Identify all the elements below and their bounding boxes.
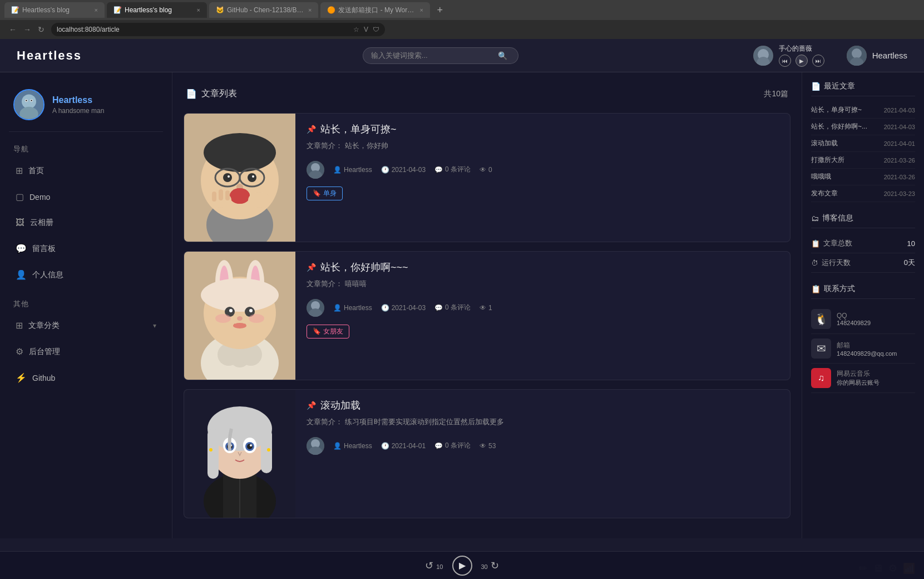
author-avatar-1	[307, 161, 324, 179]
svg-point-49	[229, 309, 233, 312]
tab-1[interactable]: 📝 Heartless's blog ×	[4, 2, 105, 18]
tab-close-2[interactable]: ×	[197, 7, 200, 13]
sidebar-item-gallery-label: 云相册	[30, 218, 53, 228]
sidebar-item-admin[interactable]: ⚙ 后台管理	[9, 341, 163, 362]
article-card-2[interactable]: 📌 站长，你好帅啊~~~ 文章简介： 嘻嘻嘻	[184, 251, 790, 380]
article-title-text-1[interactable]: 站长，单身可撩~	[320, 122, 397, 136]
article-card-3[interactable]: 📌 滚动加载 文章简介： 练习项目时需要实现滚动到指定位置然后加载更多	[184, 389, 790, 518]
desc-label-2: 文章简介：	[307, 279, 343, 288]
forward-button[interactable]: 30 ↻	[481, 560, 499, 572]
forward-button[interactable]: →	[23, 25, 31, 34]
netease-icon-wrap: ♫	[811, 368, 831, 388]
desc-text-2: 嘻嘻嘻	[345, 279, 367, 288]
music-next-button[interactable]: ⏭	[812, 55, 824, 67]
comment-meta-1: 💬 0 条评论	[434, 165, 471, 174]
tab-close-4[interactable]: ×	[419, 7, 423, 13]
sidebar-item-gallery[interactable]: 🖼 云相册	[9, 212, 163, 233]
recent-article-6[interactable]: 发布文章 2021-03-23	[811, 185, 915, 202]
tab-2[interactable]: 📝 Heartless's blog ×	[107, 2, 207, 18]
music-prev-button[interactable]: ⏮	[779, 55, 791, 67]
music-song-name: 手心的蔷薇	[779, 44, 824, 53]
article-card-1[interactable]: 📌 站长，单身可撩~ 文章简介： 站长，你好帅	[184, 113, 790, 242]
nav-section-title: 导航	[9, 141, 163, 155]
recent-articles-title: 📄 最近文章	[811, 81, 915, 96]
recent-article-2[interactable]: 站长，你好帅啊~... 2021-04-03	[811, 119, 915, 135]
sidebar-item-home[interactable]: ⊞ 首页	[9, 160, 163, 181]
sidebar-item-admin-label: 后台管理	[29, 347, 60, 357]
search-input[interactable]	[371, 51, 493, 60]
contact-qq-info: QQ 1482409829	[837, 312, 871, 326]
gallery-icon: 🖼	[16, 218, 24, 228]
tag-label-2: 女朋友	[323, 327, 343, 336]
bottom-play-button[interactable]: ▶	[452, 556, 472, 576]
contact-email[interactable]: ✉ 邮箱 1482409829@qq.com	[811, 334, 915, 364]
article-title-text-2[interactable]: 站长，你好帅啊~~~	[320, 261, 408, 274]
contact-email-info: 邮箱 1482409829@qq.com	[837, 341, 897, 357]
browser-chrome: 📝 Heartless's blog × 📝 Heartless's blog …	[0, 0, 924, 39]
address-icons: ☆ V 🛡	[353, 26, 379, 33]
recent-date-3: 2021-04-01	[884, 140, 915, 147]
comment-meta-3: 💬 0 条评论	[434, 441, 471, 450]
rewind-button[interactable]: ↺ 10	[425, 560, 443, 572]
article-tags-2: 🔖 女朋友	[307, 325, 779, 338]
article-meta-2: 👤 Heartless 🕐 2021-04-03 💬 0 条评论 👁	[307, 299, 779, 317]
article-total-label: 📋 文章总数	[811, 238, 852, 248]
music-avatar	[753, 46, 773, 66]
tag-girlfriend[interactable]: 🔖 女朋友	[307, 325, 349, 338]
url-box[interactable]: localhost:8080/article ☆ V 🛡	[51, 23, 385, 36]
author-name-2: Heartless	[344, 304, 372, 312]
svg-point-75	[267, 448, 270, 452]
clock-icon-2: 🕐	[381, 304, 389, 312]
bottom-controls: ↺ 10 ▶ 30 ↻	[425, 556, 499, 576]
profile-icon: 👤	[16, 269, 27, 280]
author-name-3: Heartless	[344, 442, 372, 450]
tab-close-1[interactable]: ×	[95, 7, 98, 13]
search-input-wrap[interactable]: 🔍	[363, 47, 518, 64]
contact-netease[interactable]: ♫ 网易云音乐 你的网易云账号	[811, 364, 915, 393]
new-tab-button[interactable]: +	[432, 2, 448, 18]
sidebar-item-categories[interactable]: ⊞ 文章分类 ▾	[9, 315, 163, 336]
views-2: 1	[488, 304, 492, 312]
music-player: 手心的蔷薇 ⏮ ▶ ⏭	[753, 44, 824, 67]
sidebar-item-profile[interactable]: 👤 个人信息	[9, 264, 163, 286]
back-button[interactable]: ←	[9, 25, 17, 34]
recent-article-5[interactable]: 哦哦哦 2021-03-26	[811, 169, 915, 185]
contact-qq[interactable]: 🐧 QQ 1482409829	[811, 305, 915, 334]
tag-icon-1: 🔖	[313, 189, 321, 197]
tab-3[interactable]: 🐱 GitHub - Chen-12138/Blog: ×	[209, 2, 318, 18]
bookmark-icon[interactable]: ☆	[353, 26, 359, 33]
recent-article-1[interactable]: 站长，单身可撩~ 2021-04-03	[811, 102, 915, 119]
tab-close-3[interactable]: ×	[308, 7, 312, 13]
recent-article-4[interactable]: 打撒所大所 2021-03-26	[811, 152, 915, 169]
recent-icon: 📄	[811, 82, 821, 91]
sidebar-item-guestbook[interactable]: 💬 留言板	[9, 238, 163, 259]
profile-name[interactable]: Heartless	[52, 95, 104, 105]
author-meta-1: 👤 Heartless	[333, 166, 372, 174]
recent-date-4: 2021-03-26	[884, 157, 915, 164]
extension-icon-2[interactable]: 🛡	[373, 26, 379, 33]
sidebar-item-github[interactable]: ⚡ Github	[9, 367, 163, 389]
contact-netease-info: 网易云音乐 你的网易云账号	[837, 369, 879, 387]
rewind-label: 10	[436, 563, 443, 570]
refresh-button[interactable]: ↻	[38, 25, 45, 34]
netease-value: 你的网易云账号	[837, 379, 879, 387]
svg-point-22	[248, 173, 256, 182]
forward-label: 30	[481, 563, 488, 570]
tab-4[interactable]: 🟠 发送邮箱接口 - My Workspace ×	[320, 2, 429, 18]
search-box: 🔍	[128, 47, 753, 64]
search-icon[interactable]: 🔍	[498, 51, 507, 60]
author-name-1: Heartless	[344, 166, 372, 174]
sidebar-item-demo[interactable]: ▢ Demo	[9, 186, 163, 208]
contact-widget: 📋 联系方式 🐧 QQ 1482409829 ✉	[811, 284, 915, 393]
contact-icon: 📋	[811, 284, 821, 293]
netease-label: 网易云音乐	[837, 369, 879, 379]
tag-label-1: 单身	[323, 189, 337, 198]
eye-icon-2: 👁	[480, 304, 486, 312]
tag-single[interactable]: 🔖 单身	[307, 187, 343, 200]
music-play-button[interactable]: ▶	[795, 55, 808, 67]
article-title-text-3[interactable]: 滚动加载	[320, 399, 360, 412]
svg-point-29	[248, 192, 270, 208]
extension-icon-1[interactable]: V	[364, 26, 368, 33]
recent-article-3[interactable]: 滚动加载 2021-04-01	[811, 135, 915, 152]
svg-point-74	[209, 448, 213, 452]
